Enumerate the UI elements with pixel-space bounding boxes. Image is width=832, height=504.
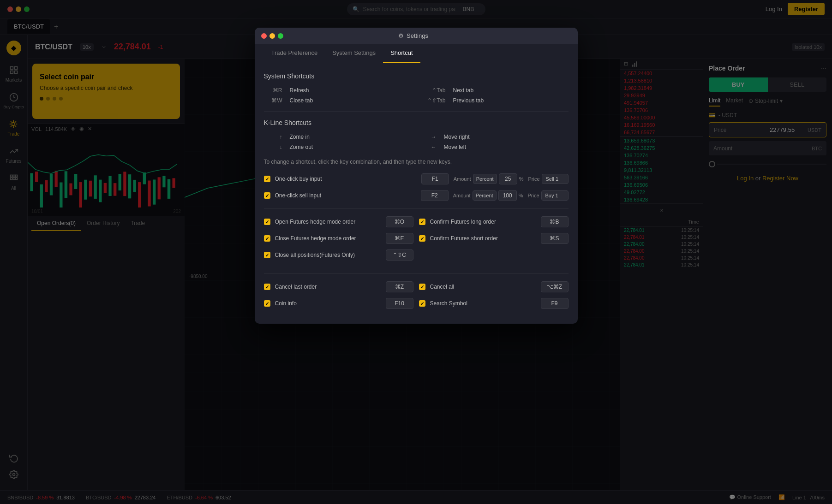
amount-select-buy: Amount Percent 25 % xyxy=(454,173,524,184)
action-moveleft: Move left xyxy=(444,144,569,150)
key-down: ↓ xyxy=(264,144,282,150)
modal-wc-yellow[interactable] xyxy=(269,33,275,39)
price-select-sell: Price Buy 1 xyxy=(527,190,568,201)
checkbox-search-symbol[interactable] xyxy=(419,300,425,307)
checkbox-buy-input[interactable] xyxy=(264,176,270,182)
key-f2[interactable]: F2 xyxy=(421,190,449,201)
key-cmd-b[interactable]: ⌘B xyxy=(541,216,569,227)
action-closetab: Close tab xyxy=(290,97,414,104)
settings-icon: ⚙ xyxy=(398,32,404,39)
futures-right-col: Confirm Futures long order ⌘B Confirm Fu… xyxy=(419,216,569,266)
checkbox-sell-input[interactable] xyxy=(264,192,270,199)
shortcut-row-nexttab: ⌃Tab Next tab xyxy=(418,87,569,94)
key-cmd-e[interactable]: ⌘E xyxy=(386,233,413,244)
modal-window-controls xyxy=(261,33,283,39)
key-up: ↑ xyxy=(264,134,282,140)
percent-value-sell: 100 xyxy=(498,190,517,201)
checkbox-close-hedge[interactable] xyxy=(264,235,270,242)
shortcut-row-zoomout: ↓ Zome out xyxy=(264,144,414,150)
modal-titlebar: ⚙ Settings xyxy=(255,28,578,44)
percent-value-buy: 25 xyxy=(499,173,517,184)
percent-select-sell[interactable]: Percent xyxy=(473,190,497,201)
shortcut-row-prevtab: ⌃⇧Tab Previous tab xyxy=(418,97,569,104)
checkbox-confirm-long[interactable] xyxy=(419,219,425,225)
action-prevtab: Previous tab xyxy=(453,97,569,104)
label-cancel-last: Cancel last order xyxy=(275,284,381,290)
shortcut-row-moveleft: ← Move left xyxy=(418,144,569,150)
shortcut-row-refresh: ⌘R Refresh xyxy=(264,87,414,94)
customizable-row-sell: One-click sell input F2 Amount Percent 1… xyxy=(264,190,569,201)
key-opt-cmd-z[interactable]: ⌥⌘Z xyxy=(541,281,569,292)
amount-label-sell: Amount xyxy=(453,193,471,198)
key-right: → xyxy=(418,134,437,140)
label-confirm-long: Confirm Futures long order xyxy=(430,219,536,225)
checkbox-cancel-all[interactable] xyxy=(419,284,425,290)
label-coin-info: Coin info xyxy=(275,300,381,307)
modal-wc-red[interactable] xyxy=(261,33,267,39)
price-label-buy: Price xyxy=(528,176,539,182)
key-cmd-s[interactable]: ⌘S xyxy=(541,233,569,244)
label-buy-input: One-click buy input xyxy=(275,176,417,182)
divider-1 xyxy=(264,111,569,112)
row-close-hedge: Close Futures hedge mode order ⌘E xyxy=(264,233,413,244)
label-cancel-all: Cancel all xyxy=(430,284,536,290)
label-confirm-short: Confirm Futures short order xyxy=(430,235,536,242)
modal-wc-green[interactable] xyxy=(278,33,283,39)
price-type-buy[interactable]: Sell 1 xyxy=(542,174,569,184)
tab-shortcut[interactable]: Shortcut xyxy=(383,44,420,63)
row-confirm-long: Confirm Futures long order ⌘B xyxy=(419,216,569,227)
label-search-symbol: Search Symbol xyxy=(430,300,536,307)
key-f9[interactable]: F9 xyxy=(541,298,569,309)
label-sell-input: One-click sell input xyxy=(275,192,416,199)
other-shortcuts: Cancel last order ⌘Z Coin info F10 Cance… xyxy=(264,281,569,314)
action-zoomout: Zome out xyxy=(290,144,414,150)
divider-2 xyxy=(264,208,569,209)
tab-system-settings[interactable]: System Settings xyxy=(325,44,383,63)
key-ctrl-tab: ⌃Tab xyxy=(418,87,446,94)
settings-modal: ⚙ Settings Trade Preference System Setti… xyxy=(255,28,578,324)
checkbox-cancel-last[interactable] xyxy=(264,284,270,290)
other-right-col: Cancel all ⌥⌘Z Search Symbol F9 xyxy=(419,281,569,314)
futures-shortcuts: Open Futures hedge mode order ⌘O Close F… xyxy=(264,216,569,266)
price-label-sell: Price xyxy=(527,193,539,198)
action-refresh: Refresh xyxy=(290,87,414,94)
action-zoomin: Zome in xyxy=(290,134,414,140)
price-type-sell[interactable]: Buy 1 xyxy=(541,190,569,201)
row-confirm-short: Confirm Futures short order ⌘S xyxy=(419,233,569,244)
checkbox-coin-info[interactable] xyxy=(264,300,270,307)
key-cmd-w: ⌘W xyxy=(264,97,282,104)
percent-select-buy[interactable]: Percent xyxy=(473,174,497,184)
label-close-all: Close all positions(Futures Only) xyxy=(275,252,381,258)
system-shortcuts-title: System Shortcuts xyxy=(264,72,569,80)
checkbox-close-all[interactable] xyxy=(264,252,270,258)
amount-label-buy: Amount xyxy=(454,176,471,182)
action-nexttab: Next tab xyxy=(453,87,569,94)
modal-title: ⚙ Settings xyxy=(398,32,428,39)
action-moveright: Move right xyxy=(444,134,569,140)
key-ctrl-shift-tab: ⌃⇧Tab xyxy=(418,97,446,104)
other-left-col: Cancel last order ⌘Z Coin info F10 xyxy=(264,281,413,314)
modal-body: System Shortcuts ⌘R Refresh ⌃Tab Next ta… xyxy=(255,63,578,324)
shortcut-row-zoomin: ↑ Zome in xyxy=(264,134,414,140)
key-f10[interactable]: F10 xyxy=(386,298,413,309)
key-ctrl-shift-c[interactable]: ⌃⇧C xyxy=(386,249,413,261)
tab-trade-preference[interactable]: Trade Preference xyxy=(264,44,325,63)
pct-symbol-buy: % xyxy=(519,176,524,182)
amount-select-sell: Amount Percent 100 % xyxy=(453,190,523,201)
modal-overlay: ⚙ Settings Trade Preference System Setti… xyxy=(0,0,832,504)
row-coin-info: Coin info F10 xyxy=(264,298,413,309)
customizable-row-buy: One-click buy input F1 Amount Percent 25… xyxy=(264,173,569,184)
shortcut-note: To change a shortcut, click the key comb… xyxy=(264,158,569,166)
shortcut-row-moveright: → Move right xyxy=(418,134,569,140)
row-cancel-last: Cancel last order ⌘Z xyxy=(264,281,413,292)
key-cmd-z[interactable]: ⌘Z xyxy=(386,281,413,292)
row-close-all: Close all positions(Futures Only) ⌃⇧C xyxy=(264,249,413,261)
checkbox-confirm-short[interactable] xyxy=(419,235,425,242)
pct-symbol-sell: % xyxy=(519,193,523,198)
key-left: ← xyxy=(418,144,437,150)
key-cmd-o[interactable]: ⌘O xyxy=(386,216,413,227)
checkbox-open-hedge[interactable] xyxy=(264,219,270,225)
key-f1[interactable]: F1 xyxy=(421,173,449,184)
modal-tabs: Trade Preference System Settings Shortcu… xyxy=(255,44,578,63)
label-close-hedge: Close Futures hedge mode order xyxy=(275,235,381,242)
